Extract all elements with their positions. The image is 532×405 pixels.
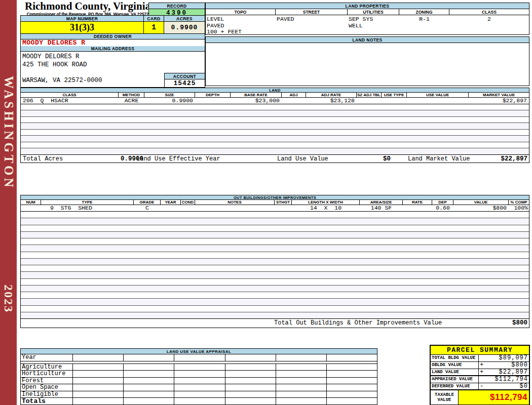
account-box: ACCOUNT 15425 <box>164 73 205 88</box>
land-market-value-label: Land Market Value <box>408 155 470 163</box>
col-pct-comp: % COMP <box>509 200 529 205</box>
empty-cell <box>73 378 124 384</box>
empty-cell <box>73 364 124 371</box>
col-method: METHOD <box>119 93 144 97</box>
parcel-summary: PARCEL SUMMARY TOTAL BLDG VALUE $89,097 … <box>430 345 530 405</box>
empty-cell <box>21 110 529 116</box>
land-adj <box>282 98 306 104</box>
summary-label: OBLDG VALUE <box>431 362 479 369</box>
empty-cell <box>327 378 377 384</box>
outbuildings-total-label: Total Out Buildings & Other Improvements… <box>274 319 442 328</box>
col-rate: RATE <box>403 200 432 205</box>
col-use-type: USE TYPE <box>382 93 407 97</box>
empty-cell <box>124 398 174 404</box>
empty-cell <box>21 312 529 319</box>
ob-pct-comp: 100% <box>509 205 529 211</box>
mailing-address-label: MAILING ADDRESS <box>21 46 205 52</box>
ob-notes <box>195 205 275 211</box>
topo-value: 100 + FEET <box>206 28 276 35</box>
topo-value: PAVED <box>206 22 276 29</box>
land-empty-rows <box>21 104 529 155</box>
district-name-vertical: WASHINGTON <box>2 76 16 190</box>
empty-cell <box>174 384 225 391</box>
land-use-appraisal-table: LAND USE VALUE APPRAISAL Year Agricultur… <box>20 348 377 405</box>
outbuildings-empty-rows <box>21 212 529 319</box>
empty-cell <box>21 232 529 238</box>
empty-cell <box>276 378 327 384</box>
summary-value: $112,794 <box>495 376 528 383</box>
empty-cell <box>327 398 377 404</box>
class-value: 2 <box>449 16 529 22</box>
ob-value: $800 <box>453 205 509 211</box>
row-label: Totals <box>21 398 73 404</box>
street-value: PAVED <box>276 16 348 22</box>
empty-cell <box>21 252 529 259</box>
col-street: STREET <box>276 9 348 15</box>
empty-cell <box>276 354 327 361</box>
col-zoning: ZONING <box>399 9 449 15</box>
land-size: 0.9900 <box>144 98 195 104</box>
summary-label: LAND VALUE <box>431 369 479 375</box>
empty-cell <box>73 384 124 391</box>
summary-row-obldg: OBLDG VALUE +$800 <box>431 362 529 369</box>
empty-cell <box>21 212 529 218</box>
address-line: MOODY DELORES R <box>21 53 205 61</box>
empty-cell <box>21 245 529 252</box>
empty-cell <box>225 378 276 384</box>
col-utilities: UTILITIES <box>348 9 399 15</box>
ob-cond <box>181 205 195 211</box>
land-depth <box>195 98 231 104</box>
col-value: VALUE <box>453 200 509 205</box>
ob-year <box>161 205 181 211</box>
empty-cell <box>73 391 124 398</box>
empty-cell <box>174 398 225 404</box>
col-type: TYPE <box>41 200 134 205</box>
summary-row-appraised: APPRAISED VALUE $112,794 <box>431 376 529 383</box>
land-sz-adj-tbl <box>357 98 382 104</box>
empty-cell <box>21 279 529 286</box>
outbuildings-total-value: $800 <box>512 319 527 328</box>
topo-value: LEVEL <box>206 16 276 22</box>
land-use-appraisal-title: LAND USE VALUE APPRAISAL <box>21 349 377 354</box>
land-use-type <box>382 98 407 104</box>
land-notes-section: LAND NOTES <box>205 36 529 86</box>
card-value: 1 <box>144 22 164 33</box>
empty-cell <box>327 391 377 398</box>
empty-cell <box>327 384 377 391</box>
col-dep: DEP <box>432 200 453 205</box>
col-length-width: LENGTH X WIDTH <box>292 200 360 205</box>
operator: + <box>480 362 483 369</box>
account-number: 15425 <box>165 79 205 87</box>
empty-cell <box>225 371 276 377</box>
taxable-value-label: TAXABLE VALUE <box>431 390 459 404</box>
empty-cell <box>174 364 225 371</box>
ob-sthgt <box>275 205 292 211</box>
empty-cell <box>21 136 529 142</box>
summary-row-total-bldg: TOTAL BLDG VALUE $89,097 <box>431 355 529 362</box>
land-properties-title: LAND PROPERTIES <box>206 3 529 9</box>
col-depth: DEPTH <box>195 93 231 97</box>
summary-row-deferred: DEFERRED VALUE -$0 <box>431 383 529 390</box>
land-notes-title: LAND NOTES <box>206 37 529 43</box>
empty-cell <box>21 259 529 265</box>
land-class: 206 Q HSACR <box>21 98 119 104</box>
ob-area-size: 140 SF <box>360 205 403 211</box>
col-adj: ADJ <box>282 93 306 97</box>
summary-label: TOTAL BLDG VALUE <box>431 355 479 361</box>
empty-cell <box>174 378 225 384</box>
land-adj-rate: $23,128 <box>306 98 357 104</box>
land-base-rate: $23,000 <box>231 98 282 104</box>
land-use-row-horticulture: Horticulture <box>21 371 377 378</box>
utilities-value: WELL <box>348 22 399 29</box>
ob-length-width: 14 X 10 <box>292 205 360 211</box>
col-num: NUM <box>21 200 41 205</box>
county-header: Richmond County, Virginia Commissioner o… <box>24 1 151 17</box>
land-use-row-ineligible: Ineligible <box>21 391 377 398</box>
empty-cell <box>124 364 174 371</box>
col-notes: NOTES <box>195 200 275 205</box>
summary-label: APPRAISED VALUE <box>431 376 479 383</box>
ob-num <box>21 205 41 211</box>
summary-value: $800 <box>511 362 528 369</box>
deeded-owner-name: MOODY DELORES R <box>21 39 205 46</box>
col-sz-adj-tbl: SZ ADJ TBL <box>357 93 382 97</box>
